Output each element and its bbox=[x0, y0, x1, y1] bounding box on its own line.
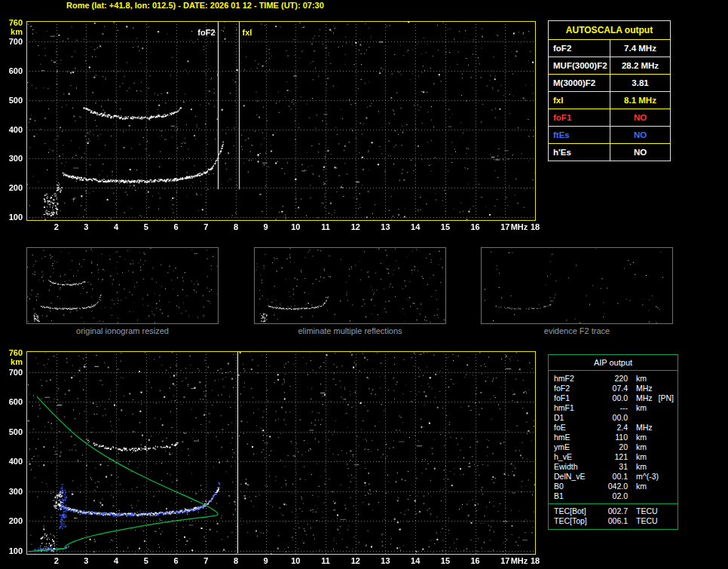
param-value: 7.4 MHz bbox=[610, 40, 670, 57]
param-note bbox=[647, 452, 653, 462]
thumbnail-evidence-f2-trace bbox=[481, 247, 673, 324]
param-value: 006.1 bbox=[601, 516, 628, 526]
param-note bbox=[658, 516, 664, 526]
param-unit: km bbox=[628, 433, 647, 442]
aip-row-hmf2: hmF2220km bbox=[549, 374, 678, 384]
aip-rows: hmF2220kmfoF207.4MHzfoF100.0MHz[PN]hmF1-… bbox=[549, 371, 678, 529]
autoscala-row-fof1: foF1NO bbox=[549, 109, 670, 127]
autoscala-row-fxi: fxI8.1 MHz bbox=[549, 92, 670, 109]
param-note bbox=[659, 472, 665, 482]
param-value: 220 bbox=[601, 374, 628, 384]
aip-row-ewidth: Ewidth31km bbox=[549, 462, 678, 472]
param-label: hmF1 bbox=[549, 403, 601, 413]
param-unit bbox=[628, 491, 636, 501]
aip-row-foe: foE2.4MHz bbox=[549, 423, 678, 433]
param-label: foF1 bbox=[549, 393, 601, 403]
aip-row-hme: hmE110km bbox=[549, 433, 678, 442]
aip-row-hmf1: hmF1---km bbox=[549, 403, 678, 413]
param-label: D1 bbox=[549, 413, 601, 423]
param-value: 28.2 MHz bbox=[610, 57, 670, 74]
param-note bbox=[653, 384, 659, 393]
param-note bbox=[636, 491, 642, 501]
param-value: NO bbox=[610, 144, 670, 161]
aip-panel-title: AIP output bbox=[549, 355, 678, 371]
param-unit: MHz bbox=[628, 384, 653, 393]
param-unit: m^(-3) bbox=[628, 472, 659, 482]
autoscala-row-ftes: ftEsNO bbox=[549, 127, 670, 144]
param-label: TEC[Bot] bbox=[549, 506, 601, 516]
param-label: M(3000)F2 bbox=[549, 75, 610, 91]
param-value: 31 bbox=[601, 462, 628, 472]
aip-row-tec-bot: TEC[Bot]002.7TECU bbox=[549, 506, 678, 516]
thumbnail-eliminate-reflections bbox=[254, 247, 446, 324]
param-unit: km bbox=[628, 374, 647, 384]
param-label: B0 bbox=[549, 482, 601, 491]
param-value: --- bbox=[601, 403, 628, 413]
aip-row-fof1: foF100.0MHz[PN] bbox=[549, 393, 678, 403]
param-value: 2.4 bbox=[601, 423, 628, 433]
param-unit: MHz bbox=[628, 393, 653, 403]
param-note bbox=[647, 482, 653, 491]
param-label: fxI bbox=[549, 92, 610, 109]
param-unit: km bbox=[628, 442, 647, 452]
param-value: 02.0 bbox=[601, 491, 628, 501]
param-value: 00.0 bbox=[601, 393, 628, 403]
param-note bbox=[647, 374, 653, 384]
param-unit: km bbox=[628, 482, 647, 491]
param-value: 042.0 bbox=[601, 482, 628, 491]
aip-row-b0: B0042.0km bbox=[549, 482, 678, 491]
param-label: h_vE bbox=[549, 452, 601, 462]
autoscala-row-muf-3000-f2: MUF(3000)F228.2 MHz bbox=[549, 57, 670, 75]
station-date-title: Rome (lat: +41.8, lon: 012.5) - DATE: 20… bbox=[66, 1, 324, 10]
autoscala-row-m-3000-f2: M(3000)F23.81 bbox=[549, 75, 670, 92]
param-value: 20 bbox=[601, 442, 628, 452]
param-value: NO bbox=[610, 127, 670, 143]
param-unit: TECU bbox=[628, 516, 658, 526]
autoscala-rows: foF27.4 MHzMUF(3000)F228.2 MHzM(3000)F23… bbox=[549, 40, 670, 161]
param-note bbox=[658, 506, 664, 516]
autoscala-row-h-es: h'EsNO bbox=[549, 144, 670, 161]
param-note bbox=[647, 433, 653, 442]
param-note bbox=[647, 442, 653, 452]
thumbnail-caption-eliminate: eliminate multiple reflections bbox=[254, 326, 446, 335]
param-unit: km bbox=[628, 403, 647, 413]
param-unit: MHz bbox=[628, 423, 653, 433]
aip-row-deln-ve: DelN_vE00.1m^(-3) bbox=[549, 472, 678, 482]
param-value: 3.81 bbox=[610, 75, 670, 91]
param-label: foF1 bbox=[549, 109, 610, 126]
param-label: hmE bbox=[549, 433, 601, 442]
aip-row-fof2: foF207.4MHz bbox=[549, 384, 678, 393]
param-value: 8.1 MHz bbox=[610, 92, 670, 109]
param-unit: km bbox=[628, 462, 647, 472]
autoscala-output-panel: AUTOSCALA output foF27.4 MHzMUF(3000)F22… bbox=[548, 20, 671, 161]
param-label: hmF2 bbox=[549, 374, 601, 384]
autoscala-panel-title: AUTOSCALA output bbox=[549, 21, 670, 40]
param-value: 002.7 bbox=[601, 506, 628, 516]
param-note bbox=[647, 403, 653, 413]
param-unit: km bbox=[628, 452, 647, 462]
param-label: foF2 bbox=[549, 384, 601, 393]
param-label: foF2 bbox=[549, 40, 610, 57]
aip-row-d1: D100.0 bbox=[549, 413, 678, 423]
thumbnail-caption-original: original ionogram resized bbox=[26, 326, 219, 335]
param-label: ftEs bbox=[549, 127, 610, 143]
param-label: h'Es bbox=[549, 144, 610, 161]
aip-row-yme: ymE20km bbox=[549, 442, 678, 452]
param-note bbox=[647, 462, 653, 472]
param-label: foE bbox=[549, 423, 601, 433]
aip-divider bbox=[549, 503, 678, 504]
param-label: DelN_vE bbox=[549, 472, 601, 482]
autoscala-app-window: Rome (lat: +41.8, lon: 012.5) - DATE: 20… bbox=[0, 0, 728, 569]
param-value: 121 bbox=[601, 452, 628, 462]
param-note bbox=[653, 423, 659, 433]
param-value: 110 bbox=[601, 433, 628, 442]
param-value: 00.1 bbox=[601, 472, 628, 482]
param-unit: TECU bbox=[628, 506, 658, 516]
param-label: MUF(3000)F2 bbox=[549, 57, 610, 74]
autoscala-row-fof2: foF27.4 MHz bbox=[549, 40, 670, 57]
thumbnail-caption-evidence: evidence F2 trace bbox=[481, 326, 673, 335]
aip-row-h-ve: h_vE121km bbox=[549, 452, 678, 462]
param-value: 07.4 bbox=[601, 384, 628, 393]
thumbnail-original-ionogram bbox=[26, 247, 219, 324]
param-note bbox=[636, 413, 642, 423]
